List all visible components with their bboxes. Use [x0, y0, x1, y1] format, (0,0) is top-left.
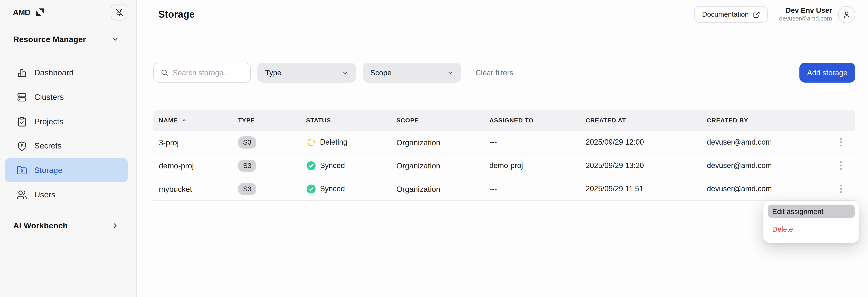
menu-item-delete[interactable]: Delete	[768, 222, 855, 236]
column-label: CREATED AT	[586, 117, 626, 124]
kebab-dot	[840, 191, 842, 193]
cell-assigned-to: ---	[489, 185, 586, 193]
column-header-type[interactable]: TYPE	[238, 117, 306, 124]
type-filter-select[interactable]: Type	[257, 63, 356, 83]
sidebar-item-label: Dashboard	[34, 68, 73, 77]
pin-off-icon	[115, 8, 123, 16]
table-header-row: NAME TYPE STATUS SCOPE ASSIGNED TO CREAT…	[153, 110, 855, 131]
sidebar-section-ai-workbench[interactable]: AI Workbench	[0, 221, 136, 230]
column-header-scope[interactable]: SCOPE	[396, 117, 489, 124]
row-actions-button[interactable]	[833, 178, 849, 200]
documentation-label: Documentation	[702, 10, 749, 18]
user-name: Dev Env User	[779, 6, 832, 15]
clear-filters-button[interactable]: Clear filters	[475, 69, 513, 77]
column-header-created-at[interactable]: CREATED AT	[586, 117, 707, 124]
sidebar-item-label: Secrets	[34, 141, 62, 150]
table-row: mybucket S3 Synced Organization --- 2025…	[153, 178, 855, 201]
shield-icon	[17, 140, 27, 151]
user-avatar[interactable]	[838, 6, 855, 23]
sidebar-item-storage[interactable]: Storage	[5, 158, 128, 182]
type-filter-label: Type	[265, 69, 281, 77]
user-info: Dev Env User devuser@amd.com	[779, 6, 832, 23]
server-icon	[17, 92, 27, 102]
sidebar-header: AMD	[0, 0, 136, 21]
kebab-dot	[840, 168, 842, 170]
status-label: Synced	[320, 161, 345, 169]
clipboard-check-icon	[17, 116, 27, 127]
row-context-menu: Edit assignment Delete	[764, 201, 859, 243]
sidebar-item-secrets[interactable]: Secrets	[5, 134, 128, 158]
cell-type: S3	[238, 183, 306, 195]
sidebar-item-users[interactable]: Users	[5, 182, 128, 207]
sidebar-pin-toggle-button[interactable]	[111, 4, 127, 21]
sidebar-nav: Dashboard Clusters Projects	[0, 60, 136, 207]
scope-filter-select[interactable]: Scope	[363, 63, 461, 83]
cell-assigned-to: demo-proj	[489, 161, 586, 169]
sidebar-item-projects[interactable]: Projects	[5, 109, 128, 134]
sidebar-section-resource-manager[interactable]: Resource Manager	[0, 35, 136, 44]
table-row: 3-proj S3 Deleting Organization --- 2025…	[153, 131, 855, 154]
cell-assigned-to: ---	[489, 138, 586, 146]
kebab-dot	[840, 185, 842, 186]
column-header-created-by[interactable]: CREATED BY	[707, 117, 833, 124]
storage-table: NAME TYPE STATUS SCOPE ASSIGNED TO CREAT…	[153, 110, 855, 201]
column-header-status[interactable]: STATUS	[306, 117, 397, 124]
sidebar: AMD Resource	[0, 0, 137, 297]
chevron-right-icon	[111, 222, 119, 230]
column-label: NAME	[159, 117, 178, 124]
add-storage-button[interactable]: Add storage	[799, 63, 855, 83]
cell-type: S3	[238, 159, 306, 171]
documentation-button[interactable]: Documentation	[694, 6, 768, 23]
external-link-icon	[753, 11, 760, 18]
menu-item-edit-assignment[interactable]: Edit assignment	[768, 205, 855, 218]
cell-created-by: devuser@amd.com	[707, 185, 833, 193]
kebab-dot	[840, 144, 842, 146]
amd-logo: AMD	[13, 4, 44, 21]
cell-type: S3	[238, 136, 306, 148]
user-email: devuser@amd.com	[779, 15, 832, 23]
topbar-right: Documentation Dev Env User devuser@amd.c…	[694, 6, 855, 23]
bar-chart-icon	[17, 68, 27, 78]
status-deleting-icon	[306, 137, 316, 147]
column-label: STATUS	[306, 117, 331, 124]
cell-status: Synced	[306, 160, 397, 170]
column-label: SCOPE	[396, 117, 418, 124]
kebab-dot	[840, 188, 842, 190]
controls-row: Type Scope Clear filters Add storage	[153, 63, 855, 83]
type-badge: S3	[238, 183, 256, 195]
cell-scope: Organization	[396, 138, 489, 147]
status-label: Synced	[320, 185, 345, 193]
page-title: Storage	[158, 9, 195, 20]
cell-name: 3-proj	[159, 138, 238, 147]
user-icon	[843, 10, 851, 19]
row-actions-button[interactable]	[833, 131, 849, 154]
row-actions-button[interactable]	[833, 154, 849, 177]
type-badge: S3	[238, 136, 256, 148]
type-badge: S3	[238, 159, 256, 171]
content: Type Scope Clear filters Add storage	[137, 29, 868, 201]
search-box	[153, 63, 251, 83]
sidebar-item-clusters[interactable]: Clusters	[5, 85, 128, 109]
cell-created-at: 2025/09/29 13:20	[586, 161, 707, 169]
cell-name: mybucket	[159, 184, 238, 193]
sort-ascending-icon	[181, 117, 187, 124]
sidebar-item-dashboard[interactable]: Dashboard	[5, 60, 128, 85]
column-header-name[interactable]: NAME	[159, 117, 238, 124]
app-window: AMD Resource	[0, 0, 868, 297]
cell-name: demo-proj	[159, 161, 238, 170]
cell-status: Deleting	[306, 137, 397, 147]
cell-created-at: 2025/09/29 11:51	[586, 185, 707, 193]
chevron-down-icon	[341, 69, 349, 76]
search-input[interactable]	[173, 69, 245, 77]
status-synced-icon	[306, 160, 316, 170]
column-label: ASSIGNED TO	[489, 117, 534, 124]
sidebar-item-label: Clusters	[34, 92, 64, 102]
section-label: Resource Manager	[13, 35, 86, 44]
svg-text:AMD: AMD	[13, 8, 30, 17]
column-header-assigned-to[interactable]: ASSIGNED TO	[489, 117, 586, 124]
table-row: demo-proj S3 Synced Organization demo-pr…	[153, 154, 855, 177]
page-scaler: AMD Resource	[0, 0, 868, 297]
column-label: TYPE	[238, 117, 255, 124]
sidebar-item-label: Storage	[34, 166, 62, 174]
cell-scope: Organization	[396, 161, 489, 170]
